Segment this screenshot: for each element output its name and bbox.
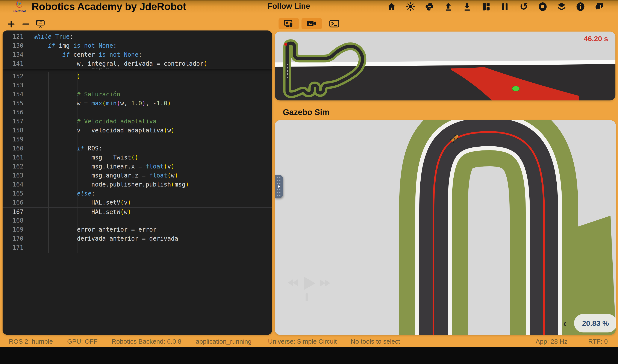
code-line: 160 if ROS:: [2, 144, 272, 153]
status-item: Universe: Simple Circuit: [268, 337, 337, 347]
lap-timer: 46.20 s: [584, 35, 608, 43]
zoom-collapse-chevron[interactable]: ‹: [563, 315, 567, 331]
devices-icon: [284, 20, 294, 27]
drag-handle-icon: [275, 175, 283, 198]
code-editor[interactable]: 121while True:130 if img is not None:134…: [2, 30, 272, 335]
code-line: 168: [2, 216, 272, 225]
terminal-icon: [329, 20, 339, 27]
logo-label: JdeRobot: [12, 9, 27, 13]
code-line: 165 else:: [2, 189, 272, 198]
line-number: 159: [2, 135, 23, 144]
code-lines: 152 )153154 # Saturación155 w = max(min(…: [2, 72, 272, 252]
code-line: 156: [2, 108, 272, 117]
python-icon[interactable]: [424, 1, 435, 12]
devices-button[interactable]: [279, 18, 299, 29]
code-line: 152 ): [2, 72, 272, 81]
exercise-name: Follow Line: [268, 1, 310, 12]
line-number: 167: [2, 208, 23, 216]
code-line: 166 HAL.setV(v): [2, 198, 272, 207]
line-number: 154: [2, 90, 23, 99]
gazebo-sim-panel[interactable]: ‹ 20.83 %: [275, 120, 616, 335]
code-line: 130 if img is not None:: [2, 41, 272, 50]
camera-view: [275, 32, 616, 101]
layers-icon[interactable]: [556, 1, 567, 12]
ind ent-guide: [77, 72, 77, 253]
status-item: RTF: 0: [588, 337, 608, 347]
line-number: 163: [2, 171, 23, 180]
line-number: 164: [2, 180, 23, 189]
code-line: 171: [2, 243, 272, 252]
sticky-scroll: 121while True:130 if img is not None:134…: [2, 30, 272, 68]
jderobot-logo[interactable]: JdeRobot: [12, 0, 27, 17]
code-line: 134 if center is not None:: [2, 50, 272, 59]
line-number: 152: [2, 72, 23, 81]
status-bar: ROS 2: humbleGPU: OFFRobotics Backend: 6…: [0, 337, 618, 347]
indent-guide: [63, 72, 63, 253]
line-number: [2, 68, 23, 72]
editor-toolbar: [6, 18, 45, 30]
info-icon[interactable]: [575, 1, 586, 12]
videocam-icon: [307, 20, 317, 27]
line-number: 168: [2, 216, 23, 225]
indent-guide: [34, 72, 34, 253]
robot-position-dot: [284, 43, 287, 46]
line-number: 166: [2, 198, 23, 207]
line-number: 162: [2, 162, 23, 171]
line-number: 153: [2, 81, 23, 90]
line-number: 171: [2, 243, 23, 252]
pause-icon[interactable]: [500, 1, 510, 12]
gazebo-panel-title: Gazebo Sim: [283, 105, 330, 119]
reset-icon[interactable]: ↺: [518, 1, 529, 12]
zoom-in-icon[interactable]: [6, 19, 16, 29]
zoom-out-icon[interactable]: [21, 19, 30, 29]
centroid-dot: [512, 86, 519, 91]
line-number: 170: [2, 234, 23, 243]
status-item: application_running: [196, 337, 252, 347]
clipped-code-line: alpha: [2, 68, 272, 72]
bottom-strip: [0, 347, 618, 364]
stop-icon[interactable]: [537, 1, 548, 12]
line-number: 156: [2, 108, 23, 117]
jderobot-logo-icon: [15, 0, 24, 10]
upload-icon[interactable]: [443, 1, 454, 12]
line-number: 158: [2, 126, 23, 135]
line-number: 161: [2, 153, 23, 162]
line-number: 134: [2, 50, 23, 59]
home-icon[interactable]: [386, 1, 397, 12]
exercise-gui-panel: 46.20 s: [275, 32, 616, 101]
drawer-handle[interactable]: [275, 175, 283, 198]
code-line: 159: [2, 135, 272, 144]
code-line: 167 HAL.setW(w): [2, 207, 272, 216]
code-line: 153: [2, 81, 272, 90]
code-line: 141 w, integral, derivada = controlador(: [2, 59, 272, 68]
layout-icon[interactable]: [481, 1, 491, 12]
status-item: No tools to select: [351, 337, 400, 347]
code-line: 170 derivada_anterior = derivada: [2, 234, 272, 243]
indent-guide: [48, 72, 49, 253]
chat-icon[interactable]: [594, 1, 605, 12]
status-item: GPU: OFF: [67, 337, 98, 347]
line-number: 165: [2, 189, 23, 198]
line-number: 157: [2, 117, 23, 126]
camera-stream-button[interactable]: [301, 18, 322, 29]
line-number: 169: [2, 225, 23, 234]
status-item: ROS 2: humble: [9, 337, 53, 347]
header-toolbar: ↺: [386, 1, 605, 12]
simulation-view: [275, 120, 616, 335]
code-line: 155 w = max(min(w, 1.0), -1.0): [2, 99, 272, 108]
code-line: 121while True:: [2, 32, 272, 41]
status-item: App: 28 Hz: [536, 337, 567, 347]
code-line: 154 # Saturación: [2, 90, 272, 99]
download-icon[interactable]: [462, 1, 473, 12]
status-item: Robotics Backend: 6.0.8: [112, 337, 181, 347]
terminal-button[interactable]: [328, 18, 341, 29]
code-line: 161 msg = Twist(): [2, 153, 272, 162]
keyboard-icon[interactable]: [36, 19, 45, 29]
line-number: 141: [2, 59, 23, 68]
line-number: 130: [2, 41, 23, 50]
code-line: 158 v = velocidad_adaptativa(w): [2, 126, 272, 135]
code-line: 164 node.publisher.publish(msg): [2, 180, 272, 189]
line-number: 121: [2, 32, 23, 41]
zoom-level-badge: 20.83 %: [574, 314, 616, 332]
brightness-icon[interactable]: [405, 1, 416, 12]
